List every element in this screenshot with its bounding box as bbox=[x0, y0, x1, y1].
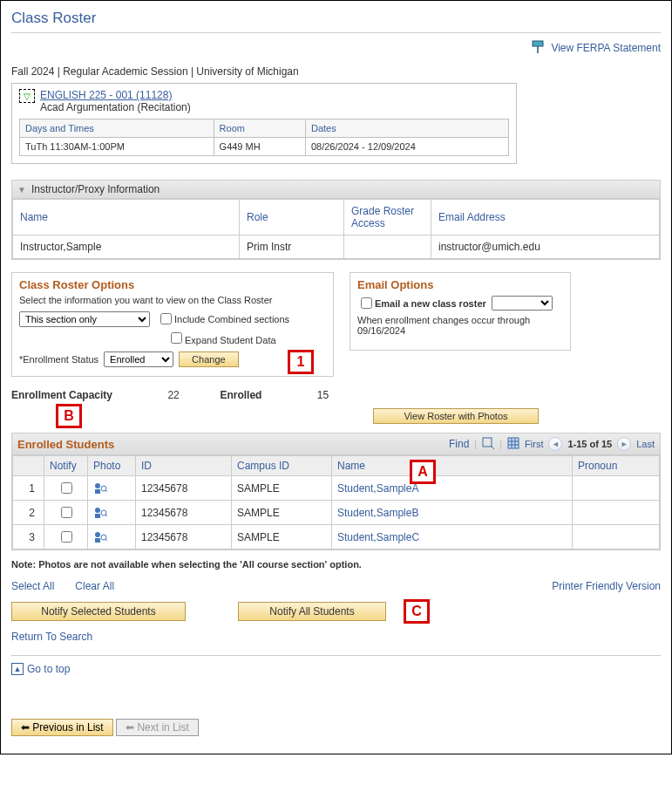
cell-instr-email: instructor@umich.edu bbox=[431, 236, 660, 259]
svg-line-12 bbox=[105, 490, 107, 493]
col-dates: Dates bbox=[305, 119, 508, 138]
email-frequency-select[interactable] bbox=[492, 296, 553, 311]
svg-rect-18 bbox=[95, 538, 100, 543]
col-campus-id: Campus ID bbox=[232, 456, 332, 476]
cell-pronoun bbox=[573, 501, 660, 525]
email-new-roster-checkbox[interactable] bbox=[361, 297, 372, 309]
roster-table: Notify Photo ID Campus ID Name Pronoun 1… bbox=[12, 455, 660, 550]
svg-rect-0 bbox=[533, 41, 543, 46]
svg-line-20 bbox=[105, 539, 107, 542]
cell-campus-id: SAMPLE bbox=[232, 525, 332, 550]
arrow-up-icon: ▲ bbox=[11, 663, 24, 675]
cell-pronoun bbox=[573, 525, 660, 550]
row-index: 1 bbox=[13, 476, 44, 501]
range-label: 1-15 of 15 bbox=[567, 439, 612, 449]
cell-instr-role: Prim Instr bbox=[240, 236, 344, 259]
next-page-icon[interactable]: ► bbox=[617, 437, 631, 451]
student-name-link[interactable]: Student,SampleA bbox=[337, 482, 418, 495]
photo-note: Note: Photos are not available when sele… bbox=[11, 559, 362, 570]
include-combined-checkbox[interactable] bbox=[160, 313, 172, 324]
notify-checkbox[interactable] bbox=[61, 531, 72, 543]
student-name-link[interactable]: Student,SampleB bbox=[337, 507, 418, 519]
table-row: 212345678SAMPLEStudent,SampleB bbox=[13, 501, 660, 525]
cell-campus-id: SAMPLE bbox=[232, 476, 332, 501]
roster-options-box: Class Roster Options Select the informat… bbox=[11, 272, 334, 377]
find-link[interactable]: Find bbox=[449, 438, 469, 450]
student-photo-icon[interactable] bbox=[93, 506, 107, 518]
roster-options-title: Class Roster Options bbox=[19, 278, 326, 291]
col-instr-email: Email Address bbox=[431, 200, 660, 236]
enrolled-label: Enrolled bbox=[220, 389, 261, 401]
cell-id: 12345678 bbox=[136, 525, 232, 550]
class-subtitle: Acad Argumentation (Recitation) bbox=[40, 101, 191, 113]
grid-icon[interactable] bbox=[507, 437, 519, 451]
svg-rect-2 bbox=[483, 438, 492, 447]
capacity-label: Enrollment Capacity bbox=[11, 389, 112, 401]
col-instr-name: Name bbox=[13, 200, 240, 236]
enrolled-value: 15 bbox=[317, 389, 329, 401]
email-options-title: Email Options bbox=[357, 278, 563, 291]
col-instr-access: Grade Roster Access bbox=[344, 200, 431, 236]
col-notify: Notify bbox=[44, 456, 88, 476]
svg-rect-4 bbox=[508, 438, 519, 448]
table-row: 312345678SAMPLEStudent,SampleC bbox=[13, 525, 660, 550]
student-photo-icon[interactable] bbox=[93, 530, 107, 543]
class-card: ▽ ENGLISH 225 - 001 (11128) Acad Argumen… bbox=[11, 83, 517, 164]
view-roster-photos-button[interactable]: View Roster with Photos bbox=[373, 408, 539, 424]
previous-in-list-button[interactable]: ⬅ Previous in List bbox=[11, 719, 113, 736]
select-all-link[interactable]: Select All bbox=[11, 580, 54, 592]
cell-dates: 08/26/2024 - 12/09/2024 bbox=[305, 138, 508, 156]
col-name: Name bbox=[332, 456, 573, 476]
table-row: 112345678SAMPLEStudent,SampleA bbox=[13, 476, 660, 501]
collapse-chevron-icon[interactable]: ▼ bbox=[17, 185, 26, 195]
cell-pronoun bbox=[573, 476, 660, 501]
cell-id: 12345678 bbox=[136, 501, 232, 525]
svg-line-16 bbox=[105, 515, 107, 517]
col-pronoun: Pronoun bbox=[573, 456, 660, 476]
go-to-top-label: Go to top bbox=[27, 663, 70, 675]
section-select[interactable]: This section only bbox=[19, 311, 150, 327]
return-to-search-link[interactable]: Return To Search bbox=[11, 631, 661, 643]
cell-id: 12345678 bbox=[136, 476, 232, 501]
callout-C: C bbox=[404, 599, 430, 624]
expand-toggle-icon[interactable]: ▽ bbox=[19, 89, 35, 103]
svg-point-17 bbox=[95, 532, 100, 537]
enrollment-status-select[interactable]: Enrolled bbox=[104, 352, 173, 367]
enrollment-status-label: *Enrollment Status bbox=[19, 354, 98, 365]
notify-all-button[interactable]: Notify All Students bbox=[238, 602, 386, 621]
page-title: Class Roster bbox=[11, 10, 661, 27]
cell-instr-access bbox=[344, 236, 431, 259]
view-ferpa-link[interactable]: View FERPA Statement bbox=[551, 42, 661, 54]
col-instr-role: Role bbox=[240, 200, 344, 236]
notify-checkbox[interactable] bbox=[61, 507, 72, 518]
go-to-top-link[interactable]: ▲ Go to top bbox=[11, 663, 661, 675]
student-photo-icon[interactable] bbox=[93, 481, 107, 494]
schedule-table: Days and Times Room Dates TuTh 11:30AM-1… bbox=[19, 119, 509, 156]
email-options-box: Email Options Email a new class roster W… bbox=[350, 272, 571, 351]
cell-days-times: TuTh 11:30AM-1:00PM bbox=[20, 138, 214, 156]
first-label: First bbox=[525, 439, 543, 449]
svg-line-3 bbox=[491, 446, 494, 449]
change-button[interactable]: Change bbox=[179, 352, 239, 367]
class-title-link[interactable]: ENGLISH 225 - 001 (11128) bbox=[40, 89, 172, 101]
notify-checkbox[interactable] bbox=[61, 482, 72, 494]
expand-student-label: Expand Student Data bbox=[185, 335, 276, 345]
expand-student-checkbox[interactable] bbox=[171, 332, 182, 344]
include-combined-label: Include Combined sections bbox=[174, 314, 289, 324]
clear-all-link[interactable]: Clear All bbox=[75, 580, 114, 592]
student-name-link[interactable]: Student,SampleC bbox=[337, 531, 419, 543]
row-index: 3 bbox=[13, 525, 44, 550]
svg-point-9 bbox=[95, 483, 100, 488]
capacity-value: 22 bbox=[167, 389, 179, 401]
cell-room: G449 MH bbox=[214, 138, 305, 156]
zoom-icon[interactable] bbox=[482, 437, 494, 451]
prev-page-icon[interactable]: ◄ bbox=[548, 437, 562, 451]
callout-B: B bbox=[56, 404, 82, 428]
notify-selected-button[interactable]: Notify Selected Students bbox=[11, 602, 186, 621]
col-days-times: Days and Times bbox=[20, 119, 214, 138]
printer-friendly-link[interactable]: Printer Friendly Version bbox=[552, 580, 661, 592]
svg-point-13 bbox=[95, 508, 100, 513]
col-room: Room bbox=[214, 119, 305, 138]
callout-1: 1 bbox=[288, 350, 314, 374]
instructor-section-title: Instructor/Proxy Information bbox=[31, 183, 160, 195]
